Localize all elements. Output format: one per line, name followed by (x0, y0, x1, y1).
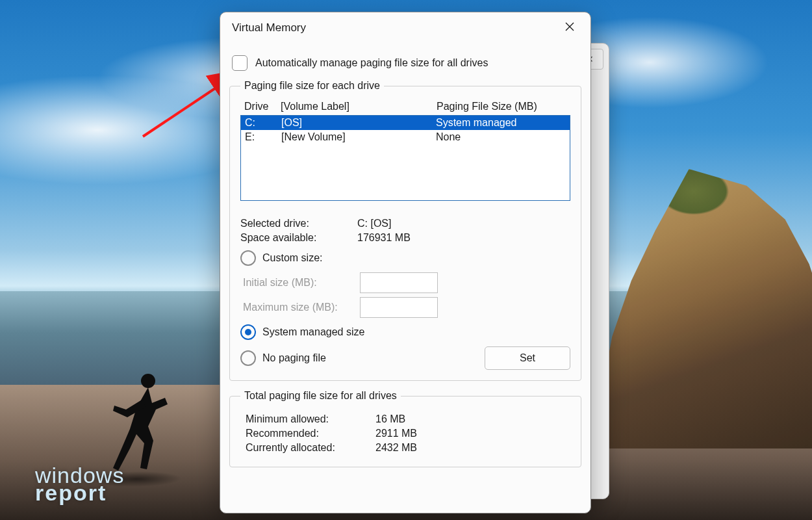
drive-size: None (436, 131, 566, 143)
maximum-size-input[interactable] (360, 297, 438, 318)
dialog-title: Virtual Memory (232, 21, 306, 34)
custom-size-radio[interactable] (240, 250, 256, 266)
set-button[interactable]: Set (485, 346, 570, 370)
watermark: windows report (35, 467, 124, 502)
drive-row[interactable]: E: [New Volume] None (241, 130, 570, 144)
recommended-value: 2911 MB (375, 428, 417, 439)
drive-size: System managed (436, 117, 566, 129)
drive-label: [New Volume] (281, 131, 436, 143)
titlebar: Virtual Memory (220, 12, 590, 44)
space-available-label: Space available: (240, 232, 357, 244)
drive-list-header: Drive [Volume Label] Paging File Size (M… (240, 101, 570, 115)
selected-drive-label: Selected drive: (240, 218, 357, 229)
paging-per-drive-group: Paging file size for each drive Drive [V… (229, 80, 581, 381)
close-button[interactable] (558, 16, 581, 40)
min-allowed-value: 16 MB (375, 413, 405, 425)
drive-label: [OS] (281, 117, 436, 129)
col-volume-label: [Volume Label] (281, 101, 437, 112)
paging-per-drive-legend: Paging file size for each drive (240, 80, 384, 92)
drive-letter: C: (245, 117, 281, 129)
drive-letter: E: (245, 131, 281, 143)
custom-size-label: Custom size: (262, 252, 322, 264)
set-button-label: Set (520, 352, 535, 364)
selected-drive-value: C: [OS] (357, 218, 391, 229)
drive-row[interactable]: C: [OS] System managed (241, 116, 570, 130)
currently-allocated-value: 2432 MB (375, 442, 417, 454)
min-allowed-label: Minimum allowed: (240, 413, 375, 425)
no-paging-radio[interactable] (240, 350, 256, 366)
currently-allocated-label: Currently allocated: (240, 442, 375, 454)
no-paging-label: No paging file (262, 352, 326, 364)
totals-legend: Total paging file size for all drives (240, 390, 401, 402)
drive-list[interactable]: C: [OS] System managed E: [New Volume] N… (240, 115, 570, 201)
initial-size-label: Initial size (MB): (243, 277, 360, 289)
space-available-value: 176931 MB (357, 232, 411, 244)
initial-size-input[interactable] (360, 272, 438, 293)
system-managed-radio[interactable] (240, 324, 256, 340)
totals-group: Total paging file size for all drives Mi… (229, 390, 581, 467)
col-paging-size: Paging File Size (MB) (437, 101, 566, 112)
close-icon (565, 22, 574, 34)
auto-manage-label: Automatically manage paging file size fo… (255, 57, 488, 69)
recommended-label: Recommended: (240, 428, 375, 439)
maximum-size-label: Maximum size (MB): (243, 302, 360, 313)
auto-manage-checkbox[interactable] (232, 55, 247, 71)
virtual-memory-dialog: Virtual Memory Automatically manage pagi… (220, 12, 591, 514)
svg-point-0 (141, 374, 155, 388)
system-managed-label: System managed size (262, 326, 364, 338)
col-drive: Drive (244, 101, 281, 112)
